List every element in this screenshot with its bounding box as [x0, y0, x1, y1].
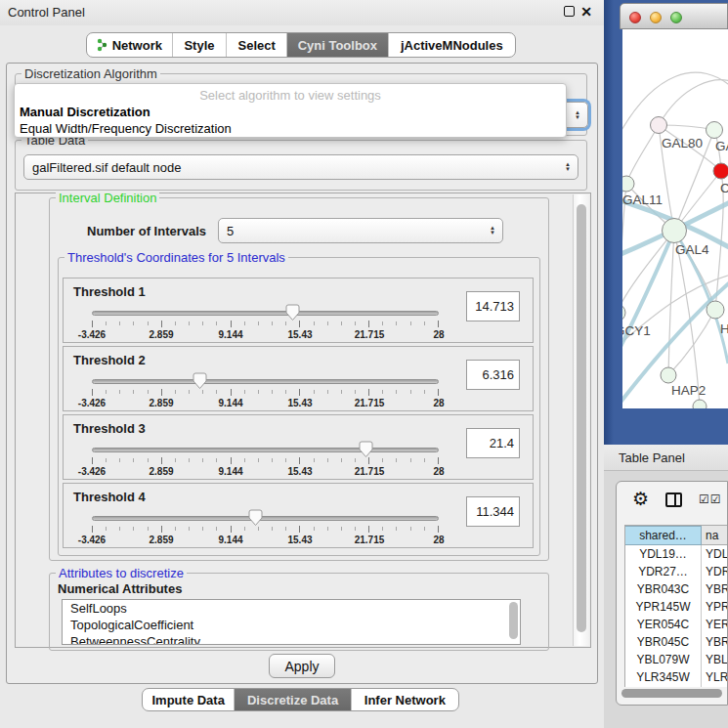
slider-ticks: [92, 321, 439, 328]
table-row[interactable]: YDR27…YDR2: [625, 563, 728, 580]
table-row[interactable]: YBR043CYBR0: [625, 580, 728, 598]
table-panel-area: ⚙ ☑☑ shared…naYDL19…YDL1YDR27…YDR2YBR043…: [604, 471, 728, 728]
network-node-GCY1[interactable]: [622, 304, 625, 321]
node-label: GCY1: [622, 323, 651, 338]
threshold-value-field[interactable]: 11.344: [466, 496, 520, 527]
group-title: Attributes to discretize: [56, 566, 187, 580]
threshold-value-field[interactable]: 6.316: [466, 360, 520, 390]
tab-infer-network[interactable]: Infer Network: [352, 689, 458, 710]
list-item[interactable]: BetweennessCentrality: [63, 633, 520, 645]
table-toolbar: ⚙ ☑☑: [617, 482, 727, 519]
zoom-traffic-light-icon[interactable]: [670, 12, 682, 23]
threshold-label: Threshold 3: [73, 421, 146, 436]
apply-button[interactable]: Apply: [269, 654, 335, 678]
threshold-slider[interactable]: -3.4262.8599.14415.4321.71528: [92, 441, 439, 478]
threshold-value-field[interactable]: 14.713: [466, 291, 520, 321]
attributes-group: Attributes to discretize Numerical Attri…: [49, 573, 549, 651]
hscrollbar-thumb[interactable]: [621, 689, 722, 698]
network-edge[interactable]: [674, 231, 700, 407]
slider-track[interactable]: [92, 379, 439, 384]
table-row[interactable]: YDL19…YDL1: [625, 545, 728, 563]
network-node-GAL80[interactable]: [651, 117, 667, 134]
cyni-toolbox-panel: Discretization Algorithm ▲▼ Table Data g…: [6, 63, 598, 684]
threshold-label: Threshold 2: [73, 353, 146, 367]
table-data-group: Table Data galFiltered.sif default node …: [15, 140, 587, 191]
panel-scrollbar[interactable]: [573, 194, 589, 646]
node-label: HAP2: [671, 383, 706, 398]
dropdown-option-equal-width[interactable]: Equal Width/Frequency Discretization: [20, 121, 232, 136]
list-scrollbar[interactable]: [509, 602, 518, 639]
table-row[interactable]: YIL052CYIL0: [625, 686, 728, 687]
scrollbar-thumb[interactable]: [577, 204, 586, 632]
algorithm-dropdown-popup: Select algorithm to view settings Manual…: [14, 83, 567, 138]
column-header-name[interactable]: na: [702, 526, 728, 545]
close-traffic-light-icon[interactable]: [629, 12, 641, 23]
node-attribute-table[interactable]: shared…naYDL19…YDL1YDR27…YDR2YBR043CYBR0…: [624, 525, 728, 687]
network-node-H[interactable]: [707, 301, 724, 319]
tab-style[interactable]: Style: [173, 33, 228, 57]
threshold-slider[interactable]: -3.4262.8599.14415.4321.71528: [92, 304, 439, 341]
numerical-attributes-label: Numerical Attributes: [58, 581, 182, 596]
tab-network[interactable]: Network: [87, 33, 173, 57]
panel-title: Control Panel: [8, 5, 85, 20]
network-node-HAP2[interactable]: [661, 367, 676, 383]
threshold-slider[interactable]: -3.4262.8599.14415.4321.71528: [92, 372, 439, 409]
list-item[interactable]: SelfLoops: [63, 600, 520, 617]
dropdown-placeholder-option[interactable]: Select algorithm to view settings: [15, 88, 566, 103]
table-row[interactable]: YLR345WYLR3: [625, 668, 728, 686]
select-columns-icon[interactable]: ☑☑: [699, 492, 722, 506]
column-split-icon[interactable]: [665, 492, 682, 507]
numerical-attributes-list[interactable]: SelfLoopsTopologicalCoefficientBetweenne…: [62, 599, 521, 645]
threshold-slider[interactable]: -3.4262.8599.14415.4321.71528: [92, 509, 439, 546]
tab-cyni-toolbox[interactable]: Cyni Toolbox: [287, 33, 389, 57]
slider-track[interactable]: [92, 448, 439, 452]
slider-track[interactable]: [92, 311, 439, 316]
slider-track[interactable]: [92, 516, 439, 521]
network-window-titlebar: [620, 3, 728, 29]
settings-scroll-panel: Interval Definition Number of Intervals …: [15, 193, 591, 648]
slider-tick-labels: -3.4262.8599.14415.4321.71528: [92, 466, 439, 477]
slider-thumb[interactable]: [193, 372, 207, 393]
column-header-shared-name[interactable]: shared…: [625, 526, 702, 545]
gear-icon[interactable]: ⚙: [632, 488, 649, 510]
minimize-traffic-light-icon[interactable]: [650, 12, 662, 23]
tab-jactivemnodules[interactable]: jActiveMNodules: [389, 33, 515, 57]
node-label: C: [720, 181, 728, 195]
network-node-GAL11[interactable]: [622, 176, 634, 192]
table-row[interactable]: YPR145WYPR1: [625, 598, 728, 616]
slider-tick-labels: -3.4262.8599.14415.4321.71528: [92, 398, 439, 408]
top-tab-bar: NetworkStyleSelectCyni ToolboxjActiveMNo…: [86, 32, 516, 58]
close-icon[interactable]: ✕: [580, 4, 592, 20]
network-icon: [97, 38, 107, 52]
threshold-value-field[interactable]: 21.4: [466, 428, 520, 458]
slider-thumb[interactable]: [248, 509, 263, 530]
table-row[interactable]: YER054CYER0: [625, 616, 728, 633]
table-row[interactable]: YBR045CYBR0: [625, 633, 728, 651]
network-canvas[interactable]: GAL80GACGAL11GAL4GCY1HHAP2: [622, 29, 728, 408]
interval-definition-group: Interval Definition Number of Intervals …: [49, 197, 549, 561]
stepper-icon: ▲▼: [575, 110, 580, 120]
tab-impute-data[interactable]: Impute Data: [143, 689, 235, 710]
float-window-icon[interactable]: [564, 6, 575, 17]
slider-thumb[interactable]: [359, 441, 373, 461]
group-title: Discretization Algorithm: [21, 66, 160, 81]
tab-select[interactable]: Select: [227, 33, 287, 57]
stepper-icon: ▲▼: [565, 162, 571, 172]
table-data-select[interactable]: galFiltered.sif default node ▲▼: [23, 154, 578, 180]
table-row[interactable]: YBL079WYBL0: [625, 651, 728, 668]
dropdown-option-manual-discretization[interactable]: Manual Discretization: [20, 105, 150, 119]
num-intervals-select[interactable]: 5 ▲▼: [218, 218, 503, 243]
table-hscrollbar[interactable]: [621, 689, 722, 698]
network-edge[interactable]: [659, 80, 728, 125]
list-item[interactable]: TopologicalCoefficient: [63, 617, 520, 633]
bottom-tab-bar: Impute DataDiscretize DataInfer Network: [142, 688, 459, 711]
network-node-C-red[interactable]: [713, 163, 728, 179]
network-node-bottom[interactable]: [693, 400, 707, 408]
node-label: GAL11: [622, 193, 663, 207]
network-node-GA[interactable]: [707, 122, 723, 139]
network-edge[interactable]: [626, 125, 659, 184]
network-node-GAL4[interactable]: [663, 219, 687, 243]
threshold-panel-4: Threshold 4-3.4262.8599.14415.4321.71528…: [63, 483, 534, 548]
tab-discretize-data[interactable]: Discretize Data: [235, 689, 351, 710]
slider-thumb[interactable]: [285, 304, 300, 324]
